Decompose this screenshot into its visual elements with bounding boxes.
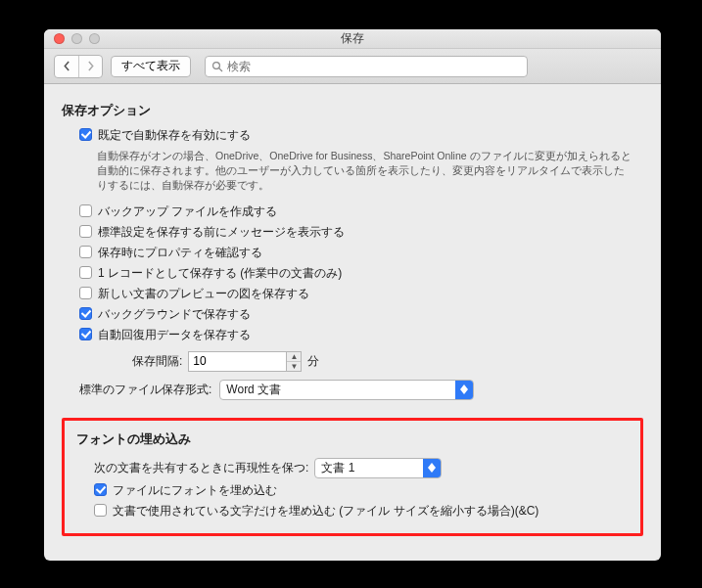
share-doc-value: 文書 1 — [321, 460, 354, 476]
backup-row: バックアップ ファイルを作成する — [62, 202, 643, 222]
back-button[interactable] — [55, 56, 78, 77]
prompt-normal-row: 標準設定を保存する前にメッセージを表示する — [62, 222, 643, 243]
embed-subset-row: 文書で使用されている文字だけを埋め込む (ファイル サイズを縮小する場合)(&C… — [76, 501, 629, 521]
default-format-value: Word 文書 — [226, 382, 281, 398]
close-icon[interactable] — [54, 33, 65, 44]
default-format-row: 標準のファイル保存形式: Word 文書 — [62, 380, 643, 400]
svg-line-1 — [219, 68, 222, 70]
search-field[interactable] — [205, 56, 528, 77]
stepper-down-icon[interactable]: ▼ — [287, 361, 301, 371]
toolbar: すべて表示 — [44, 49, 661, 84]
autosave-row: 既定で自動保存を有効にする — [62, 125, 643, 146]
save-record-label: 1 レコードとして保存する (作業中の文書のみ) — [98, 265, 342, 282]
svg-point-0 — [213, 62, 220, 68]
window-controls — [44, 33, 100, 44]
save-preview-row: 新しい文書のプレビューの図を保存する — [62, 284, 643, 304]
save-record-row: 1 レコードとして保存する (作業中の文書のみ) — [62, 263, 643, 284]
save-options-heading: 保存オプション — [62, 102, 643, 119]
default-format-label: 標準のファイル保存形式: — [79, 382, 211, 398]
embed-fonts-label: ファイルにフォントを埋め込む — [113, 482, 277, 499]
share-doc-select[interactable]: 文書 1 — [314, 458, 442, 478]
interval-input[interactable] — [188, 351, 286, 372]
autosave-label: 既定で自動保存を有効にする — [98, 127, 251, 144]
save-record-checkbox[interactable] — [79, 266, 92, 279]
chevron-left-icon — [62, 61, 72, 71]
autorecover-checkbox[interactable] — [79, 328, 92, 340]
embed-subset-label: 文書で使用されている文字だけを埋め込む (ファイル サイズを縮小する場合)(&C… — [113, 503, 538, 520]
font-embed-section: フォントの埋め込み 次の文書を共有するときに再現性を保つ: 文書 1 ファイルに… — [62, 418, 643, 536]
search-input[interactable] — [227, 60, 521, 73]
show-all-button[interactable]: すべて表示 — [111, 56, 191, 77]
autorecover-label: 自動回復用データを保存する — [98, 327, 251, 343]
share-doc-row: 次の文書を共有するときに再現性を保つ: 文書 1 — [76, 456, 629, 480]
search-icon — [211, 61, 223, 72]
autosave-checkbox[interactable] — [79, 128, 92, 141]
save-preview-checkbox[interactable] — [79, 287, 92, 299]
backup-checkbox[interactable] — [79, 204, 92, 217]
font-embed-heading: フォントの埋め込み — [76, 430, 629, 448]
preferences-window: 保存 すべて表示 保存オプション 既定で自動保存を有効にする 自動保存がオンの場… — [44, 29, 661, 561]
titlebar: 保存 — [44, 29, 661, 49]
save-preview-label: 新しい文書のプレビューの図を保存する — [98, 286, 309, 302]
select-caret-icon — [455, 381, 473, 399]
prompt-properties-label: 保存時にプロパティを確認する — [98, 245, 262, 261]
interval-row: 保存間隔: ▲ ▼ 分 — [62, 351, 643, 372]
interval-unit: 分 — [307, 353, 319, 370]
select-caret-icon — [423, 459, 441, 477]
interval-stepper[interactable]: ▲ ▼ — [286, 351, 302, 372]
prompt-properties-row: 保存時にプロパティを確認する — [62, 243, 643, 263]
chevron-right-icon — [85, 61, 96, 71]
prompt-normal-label: 標準設定を保存する前にメッセージを表示する — [98, 224, 345, 241]
default-format-select[interactable]: Word 文書 — [219, 380, 474, 400]
interval-field: ▲ ▼ — [188, 351, 302, 372]
share-doc-label: 次の文書を共有するときに再現性を保つ: — [94, 460, 308, 476]
stepper-up-icon[interactable]: ▲ — [287, 352, 301, 361]
window-title: 保存 — [44, 30, 661, 47]
content-area: 保存オプション 既定で自動保存を有効にする 自動保存がオンの場合、OneDriv… — [44, 84, 661, 554]
forward-button[interactable] — [78, 56, 102, 77]
background-save-row: バックグラウンドで保存する — [62, 304, 643, 325]
nav-segment — [54, 55, 103, 78]
background-save-checkbox[interactable] — [79, 307, 92, 320]
prompt-normal-checkbox[interactable] — [79, 225, 92, 238]
embed-fonts-checkbox[interactable] — [94, 483, 107, 496]
zoom-icon[interactable] — [89, 33, 100, 44]
backup-label: バックアップ ファイルを作成する — [98, 204, 277, 220]
embed-fonts-row: ファイルにフォントを埋め込む — [76, 480, 629, 501]
interval-label: 保存間隔: — [132, 353, 182, 370]
prompt-properties-checkbox[interactable] — [79, 246, 92, 258]
embed-subset-checkbox[interactable] — [94, 504, 107, 517]
autosave-help: 自動保存がオンの場合、OneDrive、OneDrive for Busines… — [62, 146, 643, 202]
background-save-label: バックグラウンドで保存する — [98, 306, 251, 323]
minimize-icon[interactable] — [71, 33, 82, 44]
autorecover-row: 自動回復用データを保存する — [62, 325, 643, 345]
